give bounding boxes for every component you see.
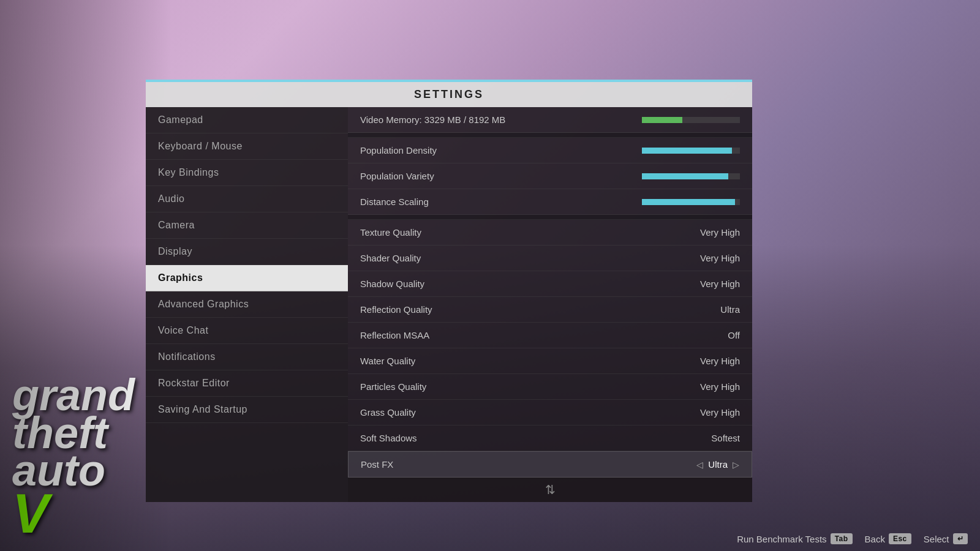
shadow-quality-label: Shadow Quality [360,279,424,289]
video-memory-row: Video Memory: 3329 MB / 8192 MB [348,107,752,133]
video-memory-label: Video Memory: 3329 MB / 8192 MB [360,114,505,125]
reflection-msaa-row[interactable]: Reflection MSAA Off [348,323,752,348]
sidebar-item-saving-startup[interactable]: Saving And Startup [146,397,348,423]
grass-quality-row[interactable]: Grass Quality Very High [348,400,752,425]
shadow-quality-row[interactable]: Shadow Quality Very High [348,271,752,297]
reflection-quality-value: Ultra [720,304,740,315]
particles-quality-value: Very High [700,381,740,392]
content-panel: Video Memory: 3329 MB / 8192 MB Populati… [348,107,752,502]
reflection-quality-row[interactable]: Reflection Quality Ultra [348,297,752,323]
soft-shadows-value: Softest [711,433,740,443]
post-fx-label: Post FX [361,459,393,470]
distance-scaling-label: Distance Scaling [360,197,429,207]
back-label: Back [865,534,885,544]
select-action[interactable]: Select ↵ [924,533,968,544]
select-label: Select [924,534,949,544]
bottom-bar: Run Benchmark Tests Tab Back Esc Select … [0,527,980,551]
sidebar-item-gamepad[interactable]: Gamepad [146,107,348,133]
back-action[interactable]: Back Esc [865,533,911,544]
sidebar-item-display[interactable]: Display [146,239,348,265]
shader-quality-value: Very High [700,253,740,263]
population-density-bar[interactable] [642,148,740,154]
sidebar-item-notifications[interactable]: Notifications [146,344,348,370]
sidebar-item-voice-chat[interactable]: Voice Chat [146,318,348,344]
soft-shadows-row[interactable]: Soft Shadows Softest [348,425,752,451]
sidebar-item-key-bindings[interactable]: Key Bindings [146,160,348,186]
texture-quality-row[interactable]: Texture Quality Very High [348,220,752,246]
settings-panel: SETTINGS Gamepad Keyboard / Mouse Key Bi… [146,80,752,502]
population-density-fill [642,148,732,154]
reflection-quality-label: Reflection Quality [360,304,432,315]
post-fx-control: ◁ Ultra ▷ [696,459,739,470]
benchmark-action[interactable]: Run Benchmark Tests Tab [737,533,852,544]
soft-shadows-label: Soft Shadows [360,433,417,443]
nav-panel: Gamepad Keyboard / Mouse Key Bindings Au… [146,107,348,502]
scroll-icon[interactable]: ⇅ [545,482,556,497]
back-key: Esc [889,533,911,544]
texture-quality-value: Very High [700,227,740,238]
sidebar-item-rockstar-editor[interactable]: Rockstar Editor [146,370,348,397]
reflection-msaa-value: Off [728,330,740,340]
water-quality-row[interactable]: Water Quality Very High [348,348,752,374]
shader-quality-row[interactable]: Shader Quality Very High [348,246,752,271]
post-fx-arrow-left[interactable]: ◁ [696,460,703,470]
benchmark-key: Tab [831,533,853,544]
population-density-label: Population Density [360,145,437,156]
section-gap-2 [348,215,752,220]
distance-scaling-row[interactable]: Distance Scaling [348,189,752,215]
sidebar-item-audio[interactable]: Audio [146,186,348,212]
post-fx-arrow-right[interactable]: ▷ [733,460,739,470]
sidebar-item-keyboard-mouse[interactable]: Keyboard / Mouse [146,133,348,160]
reflection-msaa-label: Reflection MSAA [360,330,429,340]
population-variety-fill [642,173,728,179]
post-fx-row[interactable]: Post FX ◁ Ultra ▷ [348,451,752,478]
population-variety-bar[interactable] [642,173,740,179]
population-variety-label: Population Variety [360,171,434,181]
grass-quality-value: Very High [700,407,740,418]
distance-scaling-bar[interactable] [642,199,740,205]
sidebar-item-graphics[interactable]: Graphics [146,265,348,291]
settings-body: Gamepad Keyboard / Mouse Key Bindings Au… [146,107,752,502]
video-memory-fill [642,117,682,123]
population-density-row[interactable]: Population Density [348,138,752,163]
scroll-arrows: ⇅ [348,478,752,502]
water-quality-value: Very High [700,356,740,366]
shadow-quality-value: Very High [700,279,740,289]
settings-title: SETTINGS [414,88,484,100]
section-gap-1 [348,133,752,138]
sidebar-item-camera[interactable]: Camera [146,212,348,239]
particles-quality-label: Particles Quality [360,381,426,392]
post-fx-value: Ultra [708,459,728,470]
benchmark-label: Run Benchmark Tests [737,534,826,544]
particles-quality-row[interactable]: Particles Quality Very High [348,374,752,400]
distance-scaling-fill [642,199,735,205]
water-quality-label: Water Quality [360,356,415,366]
video-memory-bar [642,117,740,123]
population-variety-row[interactable]: Population Variety [348,163,752,189]
texture-quality-label: Texture Quality [360,227,421,238]
sidebar-item-advanced-graphics[interactable]: Advanced Graphics [146,291,348,318]
settings-header: SETTINGS [146,80,752,107]
grass-quality-label: Grass Quality [360,407,416,418]
shader-quality-label: Shader Quality [360,253,421,263]
select-key: ↵ [953,533,968,544]
